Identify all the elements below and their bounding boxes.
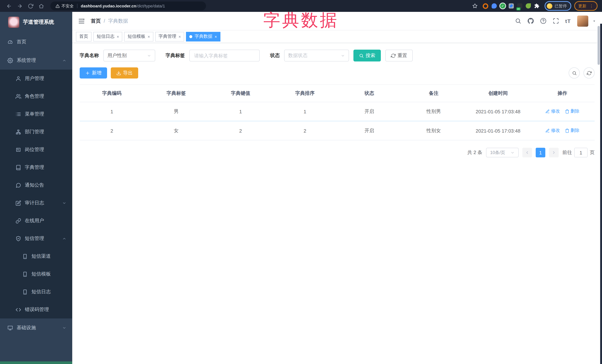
sidebar-item-dept-mgmt[interactable]: 部门管理: [0, 123, 72, 141]
status-select[interactable]: 数据状态: [284, 50, 349, 62]
address-bar[interactable]: 不安全 dashboard.yudao.iocoder.cn/dict/type…: [50, 1, 206, 10]
status-label: 状态: [270, 52, 280, 59]
sidebar-item-post-mgmt[interactable]: 岗位管理: [0, 141, 72, 158]
avatar-caret-down-icon[interactable]: [592, 19, 596, 23]
edit-link[interactable]: 修改: [546, 128, 560, 134]
browser-back-icon[interactable]: [6, 3, 12, 9]
browser-home-icon[interactable]: [39, 3, 44, 9]
extension-check-icon[interactable]: ✓: [500, 3, 505, 9]
browser-reload-icon[interactable]: [28, 3, 33, 9]
help-icon[interactable]: [540, 18, 547, 24]
dict-tag-input[interactable]: [194, 52, 256, 59]
edit-pen-icon: [546, 128, 550, 133]
app-logo-row[interactable]: 芋道管理系统: [0, 12, 72, 32]
sidebar-item-system-mgmt[interactable]: 系统管理: [0, 51, 72, 70]
chevron-down-icon: [510, 151, 515, 155]
sidebar-item-user-mgmt[interactable]: 用户管理: [0, 70, 72, 87]
tab-sms-log[interactable]: 短信日志×: [93, 32, 122, 41]
extension-icons: ✓ on: [483, 3, 539, 9]
goto-page-input[interactable]: [574, 148, 588, 157]
edit-log-icon: [16, 200, 21, 206]
edit-label: 修改: [551, 128, 560, 134]
pagination: 共 2 条 10条/页 1 前往 页: [80, 148, 595, 157]
app-title: 芋道管理系统: [23, 19, 54, 26]
extension-dark-icon[interactable]: on: [517, 3, 522, 9]
sidebar-item-label: 在线用户: [25, 217, 44, 224]
browser-menu-kebab-icon[interactable]: ⋮: [589, 3, 593, 8]
font-size-icon[interactable]: tT: [565, 18, 571, 24]
trash-icon: [565, 109, 570, 114]
next-page-button[interactable]: [549, 148, 559, 157]
extension-orange-icon[interactable]: [483, 3, 488, 9]
extension-bars-icon[interactable]: [509, 3, 514, 9]
search-icon: [359, 53, 364, 58]
tab-sms-template[interactable]: 短信模板×: [124, 32, 153, 41]
tab-dict-data[interactable]: 字典数据×: [186, 32, 220, 41]
reset-button[interactable]: 重置: [385, 50, 413, 62]
edit-link[interactable]: 修改: [546, 108, 560, 114]
insecure-warning-icon: [55, 4, 60, 8]
sidebar-item-label: 短信渠道: [32, 253, 51, 260]
bookmark-star-icon[interactable]: [472, 3, 478, 9]
extensions-puzzle-icon[interactable]: [534, 3, 539, 9]
current-page-button[interactable]: 1: [536, 148, 545, 157]
sidebar-item-sms-channel[interactable]: 短信渠道: [0, 247, 72, 265]
sidebar-item-dict-mgmt[interactable]: 字典管理: [0, 158, 72, 176]
sidebar-item-menu-mgmt[interactable]: 菜单管理: [0, 105, 72, 123]
export-button-label: 导出: [123, 70, 133, 76]
sidebar-item-online-users[interactable]: 在线用户: [0, 212, 72, 229]
page-size-select[interactable]: 10条/页: [486, 148, 519, 157]
sidebar-item-sms-log[interactable]: 短信日志: [0, 283, 72, 301]
sidebar-item-sms-template[interactable]: 短信模板: [0, 265, 72, 283]
delete-link[interactable]: 删除: [565, 108, 580, 114]
sidebar-item-infrastructure[interactable]: 基础设施: [0, 318, 72, 337]
add-button[interactable]: 新增: [80, 67, 107, 79]
prev-page-button[interactable]: [522, 148, 532, 157]
col-header: 字典标签: [144, 85, 209, 102]
sidebar-item-error-code[interactable]: 错误码管理: [0, 301, 72, 318]
tab-home[interactable]: 首页: [76, 32, 92, 41]
fullscreen-icon[interactable]: [553, 18, 559, 24]
refresh-table-button[interactable]: [583, 67, 595, 79]
edit-pen-icon: [546, 109, 550, 114]
sidebar-item-home[interactable]: 首页: [0, 32, 72, 51]
delete-label: 删除: [570, 128, 580, 134]
tab-dict-mgmt[interactable]: 字典管理×: [155, 32, 184, 41]
page-scrollbar[interactable]: [597, 24, 602, 364]
sidebar-collapse-icon[interactable]: [78, 18, 85, 24]
toggle-search-button[interactable]: [569, 67, 580, 79]
export-button[interactable]: 导出: [111, 67, 138, 79]
paused-label: 已暂停: [555, 3, 567, 9]
delete-link[interactable]: 删除: [565, 128, 580, 134]
search-icon[interactable]: [515, 18, 521, 24]
cell-remark: 性别女: [402, 121, 466, 140]
sidebar-item-notice[interactable]: 通知公告: [0, 176, 72, 194]
close-icon[interactable]: ×: [179, 34, 181, 39]
browser-update-button[interactable]: 更新 ⋮: [574, 1, 598, 11]
sidebar-item-role-mgmt[interactable]: 角色管理: [0, 87, 72, 105]
user-avatar[interactable]: [577, 15, 588, 26]
breadcrumb-home[interactable]: 首页: [91, 18, 101, 24]
close-icon[interactable]: ×: [215, 34, 217, 39]
cell-actions: 修改 删除: [530, 102, 595, 121]
refresh-icon: [587, 71, 591, 75]
active-tab-dot: [190, 35, 193, 38]
sidebar-item-label: 菜单管理: [25, 111, 44, 117]
goto-label: 前往: [562, 149, 572, 156]
close-icon[interactable]: ×: [117, 34, 119, 39]
url-path: /dict/type/data/1: [136, 4, 165, 8]
sidebar-item-audit-log[interactable]: 审计日志: [0, 194, 72, 212]
extension-drop-icon[interactable]: [492, 3, 497, 9]
search-button[interactable]: 搜索: [354, 50, 381, 62]
close-icon[interactable]: ×: [148, 34, 150, 39]
github-icon[interactable]: [527, 18, 534, 24]
tab-label: 短信日志: [97, 33, 115, 40]
tab-label: 首页: [79, 33, 88, 40]
shield-check-icon: [16, 236, 21, 241]
scrollbar-thumb[interactable]: [598, 26, 600, 65]
dict-name-select[interactable]: 用户性别: [103, 50, 155, 62]
extension-sprout-icon[interactable]: [526, 3, 531, 9]
sidebar-item-sms-mgmt[interactable]: 短信管理: [0, 229, 72, 247]
browser-forward-icon[interactable]: [17, 3, 22, 9]
profile-paused-chip[interactable]: 已暂停: [545, 1, 571, 11]
